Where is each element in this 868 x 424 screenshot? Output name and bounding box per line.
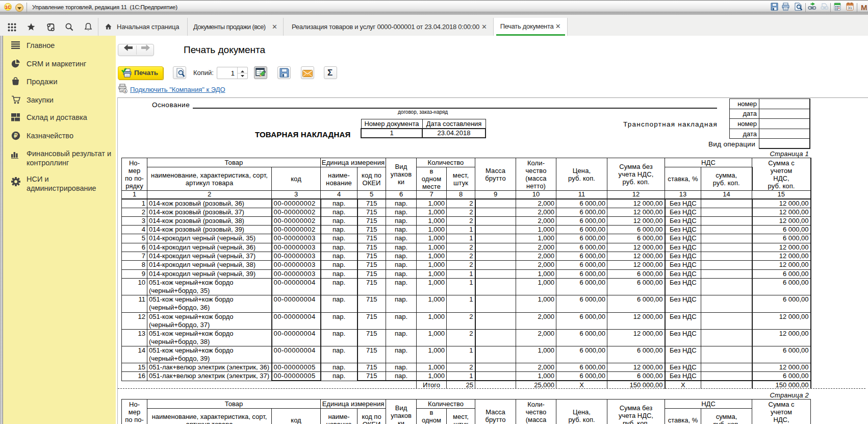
svg-text:31: 31 [848, 6, 852, 10]
svg-text:₽: ₽ [14, 133, 18, 139]
svg-text:а: а [124, 89, 126, 93]
